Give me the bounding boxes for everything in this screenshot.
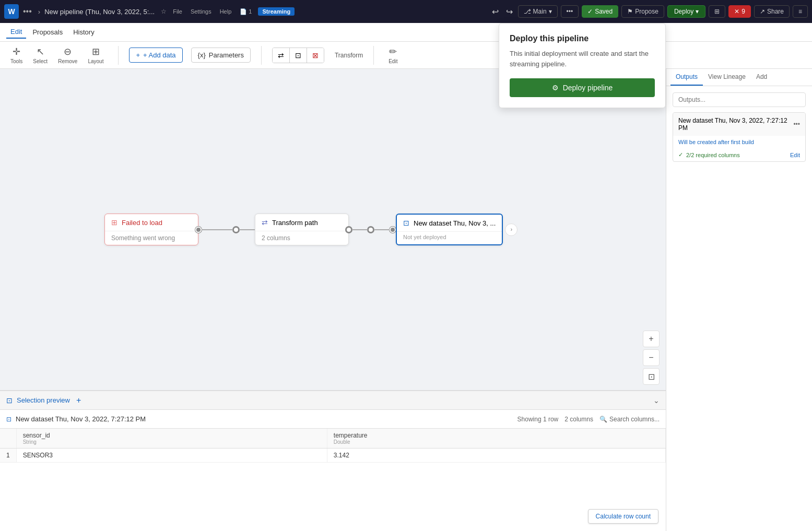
preview-stats: Showing 1 row 2 columns 🔍 Search columns… [517, 416, 660, 423]
pipeline-canvas: ⊞ Failed to load Something went wrong [0, 69, 666, 390]
connector-dot-2a [346, 227, 352, 233]
columns-count-label: 2 columns [564, 416, 593, 423]
tools-icon: ✛ [13, 46, 20, 57]
table-row: 1 SENSOR3 3.142 [0, 449, 666, 463]
selection-preview: ⊡ Selection preview + ⌄ ⊡ New dataset Th… [0, 390, 666, 531]
edit-output-link[interactable]: Edit [790, 152, 800, 158]
connector-line-1b [239, 229, 255, 230]
output-node[interactable]: ⊡ New dataset Thu, Nov 3, ... Not yet de… [396, 214, 503, 245]
cell-sensor-id-1: SENSOR3 [16, 449, 327, 463]
error-badge-button[interactable]: ✕ 9 [728, 5, 751, 18]
pipeline-breadcrumb-arrow: › [38, 8, 40, 16]
transform-btn-2[interactable]: ⊡ [290, 48, 307, 63]
top-bar: W ••• › New pipeline (Thu, Nov 3, 2022, … [0, 0, 812, 23]
search-columns-group: 🔍 Search columns... [599, 416, 660, 423]
failed-to-load-node[interactable]: ⊞ Failed to load Something went wrong [104, 214, 198, 245]
more-options-button[interactable]: ••• [561, 5, 579, 18]
calculate-row-count-button[interactable]: Calculate row count [588, 509, 658, 524]
node-header-failed: ⊞ Failed to load [105, 214, 198, 231]
deploy-pipeline-button[interactable]: ⚙ Deploy pipeline [510, 78, 655, 97]
add-preview-button[interactable]: + [76, 396, 81, 405]
preview-header: ⊡ Selection preview + ⌄ [0, 391, 666, 410]
redo-button[interactable]: ↪ [504, 5, 515, 19]
transform-btn-1[interactable]: ⇄ [273, 48, 290, 63]
node-title-output: New dataset Thu, Nov 3, ... [414, 219, 496, 227]
tab-lineage[interactable]: View Lineage [703, 69, 751, 86]
top-dots[interactable]: ••• [23, 7, 32, 16]
table-icon: ⊞ [111, 218, 117, 227]
menu-edit[interactable]: Edit [6, 26, 26, 39]
node-title-transform: Transform path [272, 219, 318, 227]
pipeline-title: New pipeline (Thu, Nov 3, 2022, 5:... [44, 8, 155, 16]
toolbar: ✛ Tools ↖ Select ⊖ Remove ⊞ Layout + + A… [0, 42, 812, 69]
saved-button[interactable]: ✓ Saved [582, 5, 618, 18]
table-header-row: sensor_id String temperature Double [0, 429, 666, 449]
zoom-in-button[interactable]: + [643, 331, 660, 347]
node-title-failed: Failed to load [122, 219, 162, 227]
connector-1 [198, 227, 255, 233]
remove-button[interactable]: ⊖ Remove [54, 44, 81, 66]
deploy-button[interactable]: Deploy ▾ [667, 5, 705, 18]
star-icon[interactable]: ☆ [161, 8, 167, 15]
node-body-transform: 2 columns [255, 231, 348, 245]
right-panel: Outputs View Lineage Add New dataset Thu… [666, 69, 812, 531]
node-body-failed: Something went wrong [105, 231, 198, 245]
main-branch-button[interactable]: ⎇ Main ▾ [518, 5, 558, 18]
propose-button[interactable]: ⚑ Propose [621, 5, 664, 18]
output-item: New dataset Thu, Nov 3, 2022, 7:27:12 PM… [673, 112, 806, 162]
settings-menu[interactable]: Settings [191, 8, 211, 15]
plus-icon: + [136, 51, 140, 59]
data-table-container: sensor_id String temperature Double 1 [0, 429, 666, 513]
connector-line-1 [202, 229, 233, 230]
grid-button[interactable]: ⊞ [709, 5, 725, 18]
col-header-sensor-id: sensor_id String [16, 429, 327, 449]
transform-btn-delete[interactable]: ⊠ [307, 48, 324, 63]
edit-button[interactable]: ✏ Edit [384, 44, 402, 66]
transform-label: Transform [335, 52, 363, 59]
select-button[interactable]: ↖ Select [29, 44, 52, 66]
file-menu[interactable]: File [173, 8, 182, 15]
outputs-search-input[interactable] [673, 92, 806, 107]
transform-node[interactable]: ⇄ Transform path 2 columns [255, 214, 349, 245]
node-header-output: ⊡ New dataset Thu, Nov 3, ... [397, 215, 502, 232]
tab-outputs[interactable]: Outputs [670, 69, 703, 86]
main-layout: ⊞ Failed to load Something went wrong [0, 69, 812, 531]
parameters-button[interactable]: {x} Parameters [191, 48, 251, 63]
right-panel-tabs: Outputs View Lineage Add [666, 69, 812, 86]
collapse-preview-button[interactable]: ⌄ [653, 396, 660, 405]
menu-bar: Edit Proposals History [0, 23, 812, 42]
layout-button[interactable]: ⊞ Layout [84, 44, 108, 66]
divider-3 [373, 46, 374, 65]
output-item-note: Will be created after first build [673, 136, 805, 148]
add-data-button[interactable]: + + Add data [129, 48, 182, 63]
chevron-down-icon: ▾ [696, 8, 699, 15]
node-header-transform: ⇄ Transform path [255, 214, 348, 231]
col-header-temperature: temperature Double [327, 429, 665, 449]
output-item-more[interactable]: ••• [793, 121, 800, 128]
divider-1 [118, 46, 119, 65]
menu-history[interactable]: History [69, 26, 98, 38]
fit-button[interactable]: ⊡ [643, 368, 660, 385]
deploy-icon: ⚙ [552, 84, 559, 92]
expand-chevron[interactable]: › [505, 223, 517, 236]
connector-dot-2b [368, 227, 374, 233]
propose-icon: ⚑ [627, 8, 633, 15]
x-icon: ✕ [734, 8, 739, 15]
help-menu[interactable]: Help [220, 8, 232, 15]
selection-preview-title: Selection preview [17, 396, 70, 404]
remove-icon: ⊖ [64, 46, 72, 57]
tools-group: ✛ Tools ↖ Select ⊖ Remove ⊞ Layout [6, 44, 108, 66]
zoom-out-button[interactable]: − [643, 349, 660, 366]
preview-dataset-title: New dataset Thu, Nov 3, 2022, 7:27:12 PM [16, 415, 146, 423]
showing-row-label: Showing 1 row [517, 416, 559, 423]
undo-button[interactable]: ↩ [490, 5, 501, 19]
menu-proposals[interactable]: Proposals [28, 26, 67, 38]
share-icon: ↗ [760, 8, 765, 15]
tab-add[interactable]: Add [751, 69, 772, 86]
connector-line-2b [374, 229, 390, 230]
tools-button[interactable]: ✛ Tools [6, 44, 27, 66]
menu-button[interactable]: ≡ [793, 5, 808, 18]
share-button[interactable]: ↗ Share [754, 5, 790, 18]
selection-preview-icon: ⊡ [6, 396, 13, 405]
search-columns-label: Search columns... [609, 416, 660, 423]
